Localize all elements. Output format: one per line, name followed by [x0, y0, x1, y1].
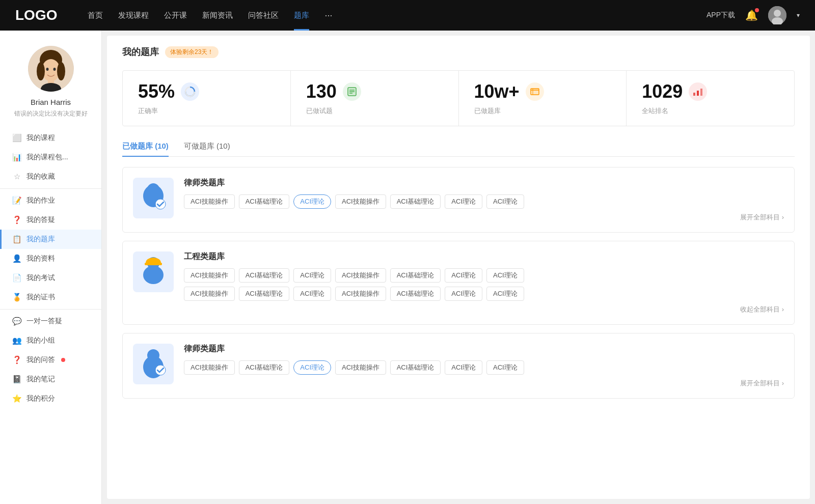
- tag-1-1[interactable]: ACI技能操作: [184, 194, 235, 209]
- tag-3-3[interactable]: ACI理论: [293, 360, 331, 375]
- nav-more[interactable]: ···: [324, 10, 332, 21]
- tag-1-2[interactable]: ACI基础理论: [239, 194, 290, 209]
- user-name: Brian Harris: [31, 98, 71, 106]
- tag-3-5[interactable]: ACI基础理论: [390, 360, 441, 375]
- tab-available-banks[interactable]: 可做题库 (10): [184, 142, 230, 156]
- tag-2-3[interactable]: ACI理论: [293, 268, 331, 283]
- exam-icon: 📄: [12, 273, 21, 283]
- tag-2-9[interactable]: ACI基础理论: [239, 287, 290, 301]
- tag-1-6[interactable]: ACI理论: [445, 194, 482, 209]
- svg-point-8: [46, 68, 48, 71]
- tag-2-13[interactable]: ACI理论: [445, 287, 482, 301]
- tag-1-3[interactable]: ACI理论: [293, 194, 331, 209]
- tab-done-banks[interactable]: 已做题库 (10): [122, 142, 169, 156]
- tag-2-8[interactable]: ACI技能操作: [184, 287, 235, 301]
- navbar: LOGO 首页 发现课程 公开课 新闻资讯 问答社区 题库 ··· APP下载 …: [0, 0, 815, 31]
- sidebar-item-points[interactable]: ⭐ 我的积分: [0, 389, 101, 408]
- tag-2-2[interactable]: ACI基础理论: [239, 268, 290, 283]
- tag-3-6[interactable]: ACI理论: [445, 360, 482, 375]
- sidebar-item-favorites[interactable]: ☆ 我的收藏: [0, 167, 101, 186]
- nav-news[interactable]: 新闻资讯: [202, 11, 233, 20]
- tag-2-14[interactable]: ACI理论: [486, 287, 524, 301]
- qbank-title-2: 工程类题库: [184, 251, 784, 262]
- course-icon: ⬜: [12, 133, 21, 143]
- sidebar-item-1on1[interactable]: 💬 一对一答疑: [0, 312, 101, 331]
- qa-icon: ❓: [12, 215, 21, 225]
- myqa-icon: ❓: [12, 355, 21, 365]
- qbank-section-1: 律师类题库 ACI技能操作 ACI基础理论 ACI理论 ACI技能操作 ACI基…: [122, 167, 795, 233]
- main-content: 我的题库 体验剩余23天！ 55% 正确率: [107, 36, 810, 499]
- notification-dot: [755, 8, 759, 12]
- sidebar-item-certificate[interactable]: 🏅 我的证书: [0, 288, 101, 307]
- tag-3-2[interactable]: ACI基础理论: [239, 360, 290, 375]
- tag-2-12[interactable]: ACI基础理论: [390, 287, 441, 301]
- notification-bell-icon[interactable]: 🔔: [745, 9, 758, 21]
- tag-3-4[interactable]: ACI技能操作: [335, 360, 386, 375]
- tag-3-1[interactable]: ACI技能操作: [184, 360, 235, 375]
- sidebar-item-myqa[interactable]: ❓ 我的问答: [0, 350, 101, 370]
- qbank-icon-engineer: [133, 251, 174, 292]
- homework-icon: 📝: [12, 196, 21, 205]
- qbank-icon-lawyer-1: [133, 178, 174, 218]
- qbank-content-1: 律师类题库 ACI技能操作 ACI基础理论 ACI理论 ACI技能操作 ACI基…: [184, 178, 784, 222]
- qbank-tags-2-row1: ACI技能操作 ACI基础理论 ACI理论 ACI技能操作 ACI基础理论 AC…: [184, 268, 784, 283]
- qbank-tags-2-row2: ACI技能操作 ACI基础理论 ACI理论 ACI技能操作 ACI基础理论 AC…: [184, 287, 784, 301]
- tag-1-7[interactable]: ACI理论: [486, 194, 524, 209]
- sidebar-item-homework[interactable]: 📝 我的作业: [0, 191, 101, 210]
- sidebar-item-group[interactable]: 👥 我的小组: [0, 331, 101, 350]
- tag-2-10[interactable]: ACI理论: [293, 287, 331, 301]
- stat-done-q-top: 130: [306, 81, 443, 102]
- tag-1-4[interactable]: ACI技能操作: [335, 194, 386, 209]
- sidebar-item-questionbank[interactable]: 📋 我的题库: [0, 230, 101, 249]
- tag-2-11[interactable]: ACI技能操作: [335, 287, 386, 301]
- nav-home[interactable]: 首页: [88, 11, 103, 20]
- qbank-collapse-2[interactable]: 收起全部科目 ›: [184, 305, 784, 314]
- page-wrapper: Brian Harris 错误的决定比没有决定要好 ⬜ 我的课程 📊 我的课程包…: [0, 31, 815, 504]
- avatar-dropdown-icon[interactable]: ▾: [797, 12, 800, 19]
- profile-icon: 👤: [12, 254, 21, 263]
- navbar-right: APP下载 🔔 ▾: [707, 6, 800, 24]
- stat-accuracy: 55% 正确率: [123, 71, 291, 126]
- tag-1-5[interactable]: ACI基础理论: [390, 194, 441, 209]
- sidebar-item-mycourse[interactable]: ⬜ 我的课程: [0, 128, 101, 148]
- qbank-expand-1[interactable]: 展开全部科目 ›: [184, 213, 784, 222]
- app-download-button[interactable]: APP下载: [707, 11, 735, 20]
- accuracy-icon: [181, 82, 199, 101]
- sidebar-item-profile[interactable]: 👤 我的资料: [0, 249, 101, 268]
- qbank-section-3: 律师类题库 ACI技能操作 ACI基础理论 ACI理论 ACI技能操作 ACI基…: [122, 333, 795, 399]
- svg-rect-23: [693, 93, 695, 96]
- tabs-row: 已做题库 (10) 可做题库 (10): [122, 142, 795, 157]
- package-icon: 📊: [12, 153, 21, 162]
- sidebar-item-mypackage[interactable]: 📊 我的课程包...: [0, 148, 101, 167]
- tag-3-7[interactable]: ACI理论: [486, 360, 524, 375]
- sidebar-menu: ⬜ 我的课程 📊 我的课程包... ☆ 我的收藏 📝 我的作业 ❓ 我的答疑 📋: [0, 128, 101, 408]
- svg-point-31: [143, 266, 164, 284]
- qbank-title-1: 律师类题库: [184, 178, 784, 188]
- sidebar-divider-2: [0, 309, 101, 310]
- qbank-icon-lawyer-3: [133, 344, 174, 384]
- stat-accuracy-label: 正确率: [138, 106, 275, 116]
- qbank-tags-1: ACI技能操作 ACI基础理论 ACI理论 ACI技能操作 ACI基础理论 AC…: [184, 194, 784, 209]
- sidebar-item-notes[interactable]: 📓 我的笔记: [0, 370, 101, 389]
- sidebar-item-qa[interactable]: ❓ 我的答疑: [0, 210, 101, 230]
- nav-discover[interactable]: 发现课程: [118, 11, 149, 20]
- notes-icon: 📓: [12, 375, 21, 384]
- svg-point-9: [53, 68, 56, 71]
- points-icon: ⭐: [12, 394, 21, 403]
- logo[interactable]: LOGO: [15, 7, 57, 23]
- stat-ranking: 1029 全站排名: [627, 71, 794, 126]
- avatar[interactable]: [768, 6, 786, 24]
- star-icon: ☆: [12, 172, 21, 181]
- nav-qa[interactable]: 问答社区: [248, 11, 279, 20]
- tag-2-7[interactable]: ACI理论: [486, 268, 524, 283]
- tag-2-1[interactable]: ACI技能操作: [184, 268, 235, 283]
- qbank-expand-3[interactable]: 展开全部科目 ›: [184, 379, 784, 388]
- tag-2-4[interactable]: ACI技能操作: [335, 268, 386, 283]
- sidebar-item-exam[interactable]: 📄 我的考试: [0, 268, 101, 288]
- sidebar: Brian Harris 错误的决定比没有决定要好 ⬜ 我的课程 📊 我的课程包…: [0, 31, 102, 504]
- nav-questionbank[interactable]: 题库: [294, 11, 309, 20]
- nav-opencourse[interactable]: 公开课: [164, 11, 187, 20]
- qbank-title-3: 律师类题库: [184, 344, 784, 354]
- tag-2-6[interactable]: ACI理论: [445, 268, 482, 283]
- tag-2-5[interactable]: ACI基础理论: [390, 268, 441, 283]
